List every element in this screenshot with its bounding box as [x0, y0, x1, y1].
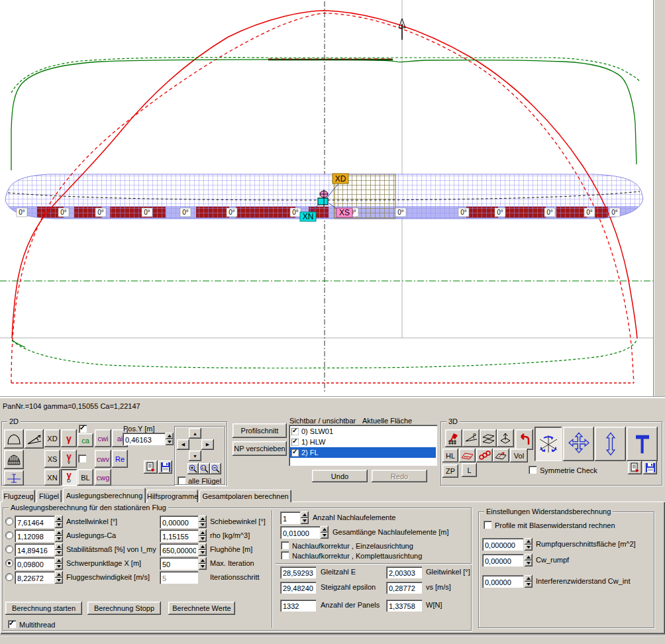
l-button[interactable]: L — [462, 463, 477, 477]
radio-stabilitaetsmass[interactable] — [5, 545, 13, 553]
spin-down[interactable] — [55, 550, 63, 557]
spin-up[interactable] — [55, 543, 63, 550]
plane-front-view-button[interactable] — [4, 470, 24, 486]
spin-up[interactable] — [199, 529, 207, 536]
chain-button[interactable] — [476, 449, 493, 462]
auslegungs-ca-input[interactable] — [15, 529, 54, 542]
spin-up[interactable] — [301, 511, 309, 518]
vertical-arrow-3d-button[interactable] — [497, 429, 514, 447]
list-item-slw01[interactable]: 0) SLW01 — [290, 426, 436, 437]
radio-fluggeschwindigkeit[interactable] — [5, 573, 13, 581]
move-3d-button[interactable] — [563, 427, 594, 461]
tab-hilfsprogramme[interactable]: Hilfsprogramme — [147, 490, 198, 502]
pan-right-button[interactable]: ▶ — [201, 439, 214, 450]
gleitwinkel-input[interactable] — [386, 566, 422, 578]
gewicht-input[interactable] — [386, 600, 422, 612]
berechnete-werte-button[interactable]: Berechnete Werte — [168, 602, 235, 615]
pan-left-button[interactable]: ◀ — [177, 439, 189, 450]
gesamtlaenge-input[interactable] — [280, 526, 320, 539]
cwg-button[interactable]: cwg — [95, 469, 111, 486]
spin-down[interactable] — [199, 564, 207, 570]
undo-3d-button[interactable] — [515, 429, 533, 450]
vs-input[interactable] — [386, 582, 422, 594]
rumpfquerschnitt-input[interactable] — [482, 538, 523, 551]
spin-up[interactable] — [55, 529, 63, 536]
berechnung-stopp-button[interactable]: Berechnung Stopp — [87, 602, 161, 615]
ca-button[interactable]: ca — [77, 433, 93, 447]
spin-down[interactable] — [199, 536, 207, 543]
export-3d-button[interactable] — [628, 461, 642, 474]
spin-down[interactable] — [199, 550, 207, 557]
undo-button[interactable]: Undo — [312, 470, 368, 482]
iterationsschritt-input[interactable] — [160, 571, 198, 584]
spin-up[interactable] — [55, 515, 63, 522]
spin-down[interactable] — [55, 564, 63, 570]
gesamtlaenge-spinner[interactable] — [321, 526, 329, 539]
flughoehe-input[interactable] — [160, 543, 198, 556]
list-item-fl-selected[interactable]: 2) FL — [290, 447, 436, 458]
redo-button[interactable]: Redo — [372, 470, 427, 482]
spin-up[interactable] — [199, 543, 207, 550]
plot-canvas-area[interactable]: 0°0°0°0°0°0°0°0°0°0°0°0°0°0° XD XS XN — [0, 0, 653, 396]
vol-button[interactable]: Vol — [510, 449, 528, 462]
alle-fluegel-checkbox[interactable] — [178, 476, 185, 484]
surface-listbox[interactable]: 0) SLW01 1) HLW 2) FL — [289, 425, 437, 466]
panels-3d-button[interactable] — [480, 429, 497, 447]
alpha-view-button[interactable] — [25, 429, 44, 449]
stabilitaetsmass-input[interactable] — [15, 543, 54, 556]
spin-up[interactable] — [525, 538, 533, 545]
profilschnitt-button[interactable]: Profilschnitt — [232, 423, 287, 438]
spin-down[interactable] — [321, 533, 329, 539]
re-button[interactable]: Re — [112, 450, 128, 468]
anstellwinkel-spinner[interactable] — [55, 515, 63, 528]
list-item-hlw[interactable]: 1) HLW — [290, 437, 436, 447]
xs-button[interactable]: XS — [44, 450, 60, 468]
gamma-button[interactable]: γ — [61, 429, 77, 447]
spin-down[interactable] — [301, 518, 309, 525]
hangar-view-button[interactable] — [4, 450, 24, 469]
max-iteration-spinner[interactable] — [199, 557, 207, 570]
steigzahl-input[interactable] — [280, 582, 316, 594]
max-iteration-input[interactable] — [160, 557, 198, 570]
ca-checkbox[interactable] — [79, 425, 87, 433]
export-2d-button[interactable] — [144, 460, 158, 474]
tab-fluegel[interactable]: Flügel — [36, 490, 62, 502]
multithread-checkbox[interactable] — [8, 620, 16, 628]
spin-down[interactable] — [55, 536, 63, 543]
radio-auslegungs-ca[interactable] — [5, 531, 13, 539]
cwi-button[interactable]: cwi — [95, 429, 111, 447]
schiebewinkel-spinner[interactable] — [199, 515, 207, 528]
nachlauf-komplett-checkbox[interactable] — [281, 551, 289, 559]
pan-down-button[interactable]: ▼ — [189, 451, 201, 461]
spin-up[interactable] — [199, 557, 207, 564]
anstellwinkel-input[interactable] — [15, 515, 54, 528]
bl-button[interactable]: BL — [77, 469, 93, 486]
gamma-v-button[interactable]: γv — [61, 450, 77, 468]
pos-y-spinner[interactable] — [166, 433, 174, 445]
tab-auslegungsberechnung-active[interactable]: Auslegungsberechnung — [63, 488, 146, 503]
pos-y-input[interactable] — [123, 433, 165, 445]
anzahl-panels-input[interactable] — [280, 600, 316, 612]
spin-up[interactable] — [55, 557, 63, 564]
radio-anstellwinkel[interactable] — [5, 517, 13, 525]
visibility-checkbox[interactable] — [291, 449, 299, 456]
schwerpunktlage-input[interactable] — [15, 557, 54, 570]
anzahl-nachlauf-spinner[interactable] — [301, 511, 309, 524]
vertical-move-3d-button[interactable] — [595, 427, 626, 461]
cw-int-input[interactable] — [482, 575, 523, 588]
gamma-v-checkbox[interactable] — [78, 455, 86, 462]
berechnung-starten-button[interactable]: Berechnung starten — [5, 602, 82, 615]
tab-flugzeug[interactable]: Flugzeug — [2, 490, 35, 502]
tab-gesamtpolaren[interactable]: Gesamtpolaren berechnen — [199, 490, 291, 502]
save-2d-button[interactable] — [158, 460, 172, 474]
fluggeschwindigkeit-input[interactable] — [15, 571, 54, 584]
save-3d-button[interactable] — [643, 461, 657, 474]
schiebewinkel-input[interactable] — [160, 515, 198, 528]
rotate-3d-button[interactable] — [535, 427, 562, 461]
visibility-checkbox[interactable] — [291, 439, 299, 446]
rho-input[interactable] — [160, 529, 198, 542]
zoom-reset-button[interactable]: 1:1 — [199, 463, 210, 474]
red-panel-button[interactable] — [459, 449, 476, 462]
red-arrow-panel-button[interactable] — [493, 449, 509, 462]
spin-up[interactable] — [199, 515, 207, 522]
